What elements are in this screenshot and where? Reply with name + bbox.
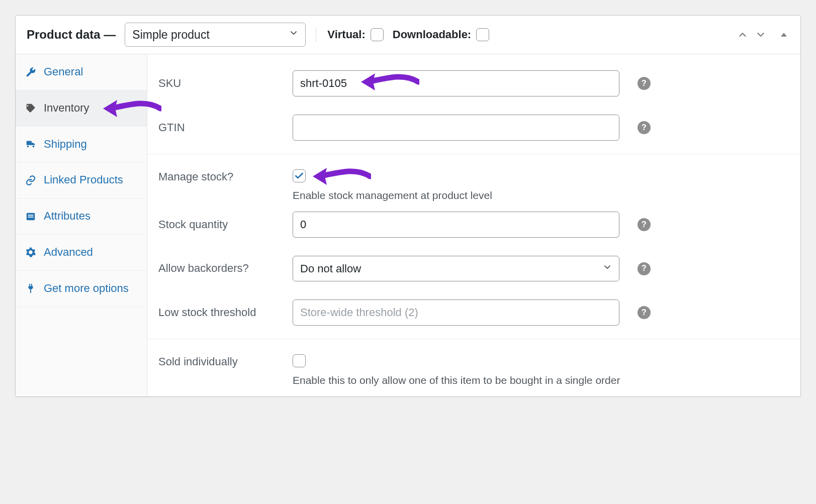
tab-label: Shipping [44, 137, 87, 152]
gear-icon [25, 246, 37, 258]
tab-general[interactable]: General [16, 54, 147, 90]
downloadable-checkbox[interactable] [476, 28, 489, 41]
downloadable-label: Downloadable: [393, 27, 471, 43]
tab-attributes[interactable]: Attributes [16, 198, 147, 235]
product-data-panel: Product data — Simple product Virtual: D… [15, 15, 801, 397]
tab-label: General [44, 64, 83, 80]
sku-input[interactable] [293, 70, 619, 96]
help-icon[interactable]: ? [638, 262, 651, 275]
panel-header: Product data — Simple product Virtual: D… [16, 16, 800, 54]
help-icon[interactable]: ? [638, 77, 651, 90]
tab-advanced[interactable]: Advanced [16, 235, 147, 271]
sku-label: SKU [158, 77, 181, 89]
product-data-sidebar: General Inventory Shipping [16, 54, 147, 396]
move-up-button[interactable] [737, 29, 748, 40]
low-stock-label: Low stock threshold [158, 305, 282, 321]
help-icon[interactable]: ? [638, 121, 651, 134]
virtual-label: Virtual: [327, 27, 365, 43]
divider [316, 27, 316, 42]
tab-label: Attributes [44, 209, 90, 224]
stock-quantity-input[interactable] [293, 212, 619, 238]
virtual-checkbox[interactable] [371, 28, 384, 41]
tab-label: Inventory [44, 100, 89, 116]
link-icon [25, 174, 37, 186]
svg-rect-2 [28, 217, 34, 218]
low-stock-threshold-input[interactable] [293, 299, 619, 326]
tab-label: Get more options [44, 281, 129, 296]
sold-individually-checkbox[interactable] [293, 354, 306, 367]
tab-inventory[interactable]: Inventory [16, 90, 147, 127]
tab-shipping[interactable]: Shipping [16, 127, 147, 163]
stock-qty-label: Stock quantity [158, 217, 282, 233]
downloadable-option: Downloadable: [393, 27, 489, 43]
inventory-content: SKU ? GTIN ? [147, 54, 800, 396]
manage-stock-label: Manage stock? [158, 169, 282, 185]
sold-individually-desc: Enable this to only allow one of this it… [293, 370, 789, 387]
backorders-label: Allow backorders? [158, 261, 282, 276]
panel-body: General Inventory Shipping [16, 54, 800, 396]
move-down-button[interactable] [755, 29, 766, 40]
inventory-group-sold-individually: Sold individually Enable this to only al… [147, 339, 800, 396]
toggle-panel-button[interactable] [778, 29, 789, 40]
panel-header-controls [737, 29, 789, 40]
tab-get-more-options[interactable]: Get more options [16, 271, 147, 307]
panel-title: Product data — [27, 26, 116, 43]
tag-icon [25, 102, 37, 114]
gtin-label: GTIN [158, 120, 282, 136]
virtual-option: Virtual: [327, 27, 383, 43]
tab-linked-products[interactable]: Linked Products [16, 162, 147, 198]
truck-icon [25, 138, 37, 150]
product-type-select[interactable]: Simple product [125, 23, 306, 47]
inventory-group-stock: Manage stock? Enable stock management at… [147, 154, 800, 339]
sold-individually-label: Sold individually [158, 354, 282, 370]
help-icon[interactable]: ? [638, 218, 651, 231]
backorders-select[interactable]: Do not allow [293, 256, 619, 281]
product-type-select-wrap: Simple product [125, 23, 306, 47]
manage-stock-desc: Enable stock management at product level [293, 185, 705, 203]
wrench-icon [25, 66, 37, 78]
help-icon[interactable]: ? [638, 306, 651, 319]
gtin-input[interactable] [293, 115, 619, 141]
inventory-group-identifiers: SKU ? GTIN ? [147, 54, 800, 154]
plug-icon [25, 282, 37, 294]
manage-stock-checkbox[interactable] [293, 169, 306, 182]
svg-rect-1 [28, 215, 34, 216]
list-icon [25, 211, 37, 223]
tab-label: Linked Products [44, 172, 123, 188]
tab-label: Advanced [44, 245, 93, 260]
